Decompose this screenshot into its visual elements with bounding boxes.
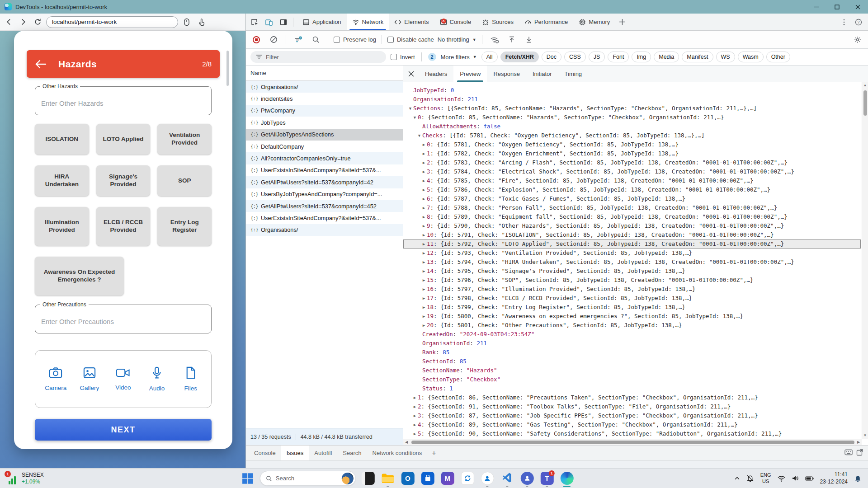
mouse-icon[interactable] <box>181 16 193 28</box>
filter-chip-fetch-xhr[interactable]: Fetch/XHR <box>500 52 539 62</box>
request-row[interactable]: {:}GetAllJobTypesAndSections <box>246 129 403 141</box>
collapsed-arrow-icon[interactable]: ▶ <box>421 312 427 321</box>
json-tree-row[interactable]: ▶4: {Id: 5785, Check: "Fire", SectionId:… <box>403 176 861 185</box>
filter-chip-js[interactable]: JS <box>589 52 605 62</box>
preview-tab-timing[interactable]: Timing <box>558 66 589 82</box>
collapsed-arrow-icon[interactable]: ▶ <box>421 185 427 194</box>
filter-toggle-icon[interactable] <box>292 33 305 47</box>
wifi-icon[interactable] <box>778 475 785 482</box>
json-tree-row[interactable]: ▶2: {SectionId: 91, SectionName: "Toolbo… <box>403 402 861 411</box>
collapsed-arrow-icon[interactable]: ▶ <box>421 203 427 212</box>
json-tree-row[interactable]: ▶16: {Id: 5797, Check: "Illumination Pro… <box>403 285 861 294</box>
json-tree-row[interactable]: ▶19: {Id: 5800, Check: "Awareness on exp… <box>403 312 861 321</box>
invert-checkbox[interactable]: Invert <box>391 54 415 61</box>
collapsed-arrow-icon[interactable]: ▶ <box>421 176 427 185</box>
json-tree-row[interactable]: ▶2: {Id: 5783, Check: "Arcing / Flash", … <box>403 158 861 167</box>
json-tree-row[interactable]: ▶1: {Id: 5782, Check: "Oxygen Enrichment… <box>403 149 861 158</box>
back-arrow-icon[interactable] <box>35 59 48 69</box>
devtools-tab-network[interactable]: Network <box>347 14 389 30</box>
request-row[interactable]: {:}GetAllPtwUsers?siteId=537&companyId=4… <box>246 176 403 188</box>
collapsed-arrow-icon[interactable]: ▶ <box>412 420 418 429</box>
horizontal-scroll-thumb[interactable] <box>411 441 854 444</box>
drawer-tab-autofill[interactable]: Autofill <box>309 446 337 460</box>
video-button[interactable]: Video <box>109 367 137 391</box>
collapsed-arrow-icon[interactable]: ▶ <box>421 294 427 303</box>
hazard-button-signage-s-provided[interactable]: Signage's Provided <box>96 165 151 196</box>
stocks-widget[interactable]: 1 SENSEX +1.09% <box>0 469 50 488</box>
json-tree-row[interactable]: ▶18: {Id: 5799, Check: "Entry Log Regist… <box>403 303 861 312</box>
forward-icon[interactable] <box>17 16 29 28</box>
request-row[interactable]: {:}JobTypes <box>246 117 403 128</box>
json-tree-row[interactable]: ▶9: {Id: 5790, Check: "Other Hazards", S… <box>403 221 861 230</box>
taskbar-teams-icon[interactable]: T1 <box>539 469 555 488</box>
taskbar-app-dark-icon[interactable] <box>360 469 376 488</box>
name-column-header[interactable]: Name <box>246 66 403 81</box>
device-toolbar-icon[interactable] <box>262 15 276 29</box>
back-icon[interactable] <box>3 16 14 28</box>
add-tab-icon[interactable] <box>615 15 629 29</box>
filter-chip-ws[interactable]: WS <box>716 52 735 62</box>
request-row[interactable]: {:}Organisations/ <box>246 224 403 236</box>
throttling-dropdown[interactable]: No throttling ▼ <box>438 36 476 43</box>
json-tree-row[interactable]: JobTypeId: 0 <box>403 86 861 95</box>
json-tree-row[interactable]: ▶5: {SectionId: 90, SectionName: "Safety… <box>403 429 861 438</box>
inspect-element-icon[interactable] <box>248 15 261 29</box>
json-tree-row[interactable]: ▶3: {SectionId: 87, SectionName: "Job Sp… <box>403 411 861 420</box>
devtools-tab-memory[interactable]: Memory <box>573 14 615 30</box>
collapsed-arrow-icon[interactable]: ▶ <box>421 321 427 330</box>
devtools-tab-performance[interactable]: Performance <box>519 14 573 30</box>
other-precautions-input[interactable] <box>35 305 211 333</box>
collapsed-arrow-icon[interactable]: ▶ <box>421 221 427 230</box>
shortcuts-icon[interactable] <box>844 449 853 457</box>
preserve-log-checkbox[interactable]: Preserve log <box>334 36 376 43</box>
help-icon[interactable]: ? <box>852 15 865 29</box>
json-tree-row[interactable]: ▼0: {SectionId: 85, SectionName: "Hazard… <box>403 113 861 122</box>
collapsed-arrow-icon[interactable]: ▶ <box>421 239 427 249</box>
collapsed-arrow-icon[interactable]: ▶ <box>421 267 427 276</box>
json-tree-row[interactable]: SectionName: "Hazards" <box>403 366 861 375</box>
filter-chip-media[interactable]: Media <box>654 52 679 62</box>
disable-cache-checkbox[interactable]: Disable cache <box>387 36 434 43</box>
drawer-tab-search[interactable]: Search <box>337 446 367 460</box>
close-button[interactable] <box>847 0 868 14</box>
json-tree-row[interactable]: ▼Sections: [{SectionId: 85, SectionName:… <box>403 104 861 113</box>
battery-icon[interactable] <box>805 476 814 481</box>
taskbar-start-icon[interactable] <box>240 469 255 488</box>
devtools-tab-console[interactable]: ✕Console <box>434 14 477 30</box>
drawer-tab-network-conditions[interactable]: Network conditions <box>367 446 428 460</box>
scroll-right-icon[interactable]: ▶ <box>855 440 862 444</box>
scroll-up-icon[interactable]: ▲ <box>863 82 867 89</box>
devtools-tab-application[interactable]: Application <box>297 14 347 30</box>
filter-chip-manifest[interactable]: Manifest <box>682 52 713 62</box>
hazard-button-loto-applied[interactable]: LOTO Applied <box>96 124 151 155</box>
touch-icon[interactable] <box>195 16 207 28</box>
collapsed-arrow-icon[interactable]: ▶ <box>421 167 427 176</box>
json-tree-row[interactable]: OrganisationId: 211 <box>403 95 861 104</box>
dock-side-icon[interactable] <box>277 15 290 29</box>
collapsed-arrow-icon[interactable]: ▶ <box>421 276 427 285</box>
taskbar-search[interactable]: Search <box>260 471 356 486</box>
collapsed-arrow-icon[interactable]: ▶ <box>421 230 427 239</box>
next-button[interactable]: NEXT <box>35 419 212 441</box>
json-tree-row[interactable]: ▶4: {SectionId: 89, SectionName: "Gas Te… <box>403 420 861 429</box>
devtools-tab-elements[interactable]: Elements <box>389 14 434 30</box>
horizontal-scrollbar[interactable]: ◀ ▶ <box>403 439 862 445</box>
collapsed-arrow-icon[interactable]: ▶ <box>421 149 427 158</box>
json-tree-row[interactable]: ▶11: {Id: 5792, Check: "LOTO Applied", S… <box>403 239 861 249</box>
taskbar-explorer-icon[interactable] <box>380 469 396 488</box>
collapsed-arrow-icon[interactable]: ▶ <box>412 402 418 411</box>
hazard-button-illumination-provided[interactable]: Illumination Provided <box>35 207 89 246</box>
filter-chip-css[interactable]: CSS <box>564 52 586 62</box>
request-row[interactable]: {:}PtwCompany <box>246 105 403 117</box>
network-conditions-icon[interactable] <box>488 33 501 47</box>
maximize-button[interactable] <box>826 0 847 14</box>
json-tree-row[interactable]: ▶10: {Id: 5791, Check: "ISOLATION", Sect… <box>403 230 861 239</box>
json-tree-row[interactable]: ▶1: {SectionId: 86, SectionName: "Precau… <box>403 393 861 402</box>
hazard-button-sop[interactable]: SOP <box>157 165 212 196</box>
vertical-scrollbar[interactable]: ▲ ▼ <box>862 82 868 439</box>
taskbar-teams-chat-icon[interactable] <box>519 469 535 488</box>
taskbar-account-icon[interactable] <box>480 469 495 488</box>
request-row[interactable]: {:}Organisations/ <box>246 81 403 93</box>
pop-out-icon[interactable] <box>856 449 863 457</box>
audio-button[interactable]: Audio <box>143 366 171 392</box>
